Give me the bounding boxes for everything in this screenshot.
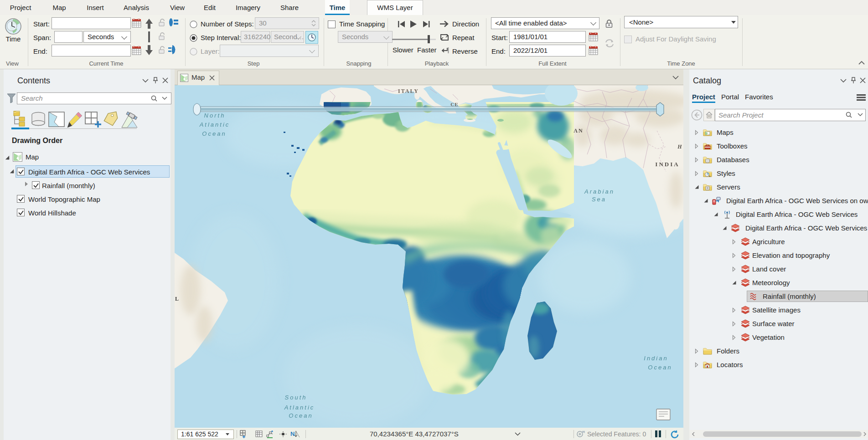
- svg-text:Ocean: Ocean: [202, 130, 226, 137]
- svg-text:ITALY: ITALY: [398, 88, 419, 94]
- svg-text:Ocean: Ocean: [648, 364, 672, 371]
- svg-text:INDIA: INDIA: [655, 161, 679, 168]
- svg-text:Indian: Indian: [644, 355, 668, 362]
- svg-text:AN: AN: [574, 128, 583, 134]
- svg-text:Atlantic: Atlantic: [284, 404, 315, 411]
- svg-text:South: South: [285, 394, 307, 401]
- svg-text:N: N: [290, 430, 294, 437]
- svg-text:Sea: Sea: [592, 196, 606, 203]
- svg-text:Arabian: Arabian: [584, 188, 615, 195]
- svg-text:CE: CE: [450, 102, 458, 107]
- svg-text:North: North: [204, 112, 226, 119]
- svg-text:Atlantic: Atlantic: [199, 121, 230, 128]
- svg-text:Ocean: Ocean: [289, 412, 313, 419]
- svg-text:H: H: [677, 143, 682, 150]
- svg-text:L: L: [175, 296, 179, 302]
